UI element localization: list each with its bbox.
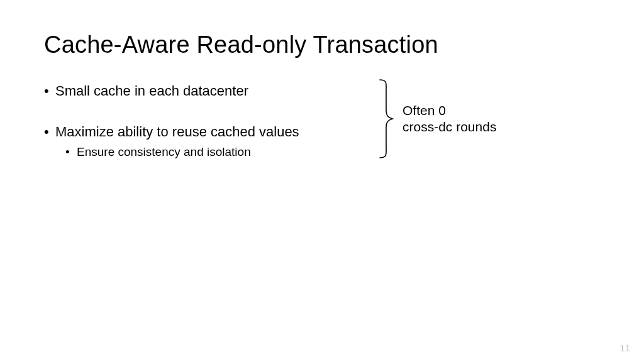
brace-text-line: cross-dc rounds	[402, 119, 496, 135]
slide: Cache-Aware Read-only Transaction Small …	[0, 0, 644, 362]
bullet-subitem: Ensure consistency and isolation	[65, 145, 352, 160]
brace-text: Often 0 cross-dc rounds	[402, 102, 496, 136]
page-number: 11	[619, 343, 630, 353]
bullet-item: Maximize ability to reuse cached values	[44, 123, 352, 141]
bullet-list: Small cache in each datacenter Maximize …	[44, 82, 352, 160]
bullet-item: Small cache in each datacenter	[44, 82, 352, 101]
content-area: Small cache in each datacenter Maximize …	[44, 82, 600, 160]
brace-annotation: Often 0 cross-dc rounds	[377, 79, 496, 159]
brace-text-line: Often 0	[402, 102, 496, 119]
brace-icon	[377, 79, 394, 159]
slide-title: Cache-Aware Read-only Transaction	[44, 31, 600, 58]
